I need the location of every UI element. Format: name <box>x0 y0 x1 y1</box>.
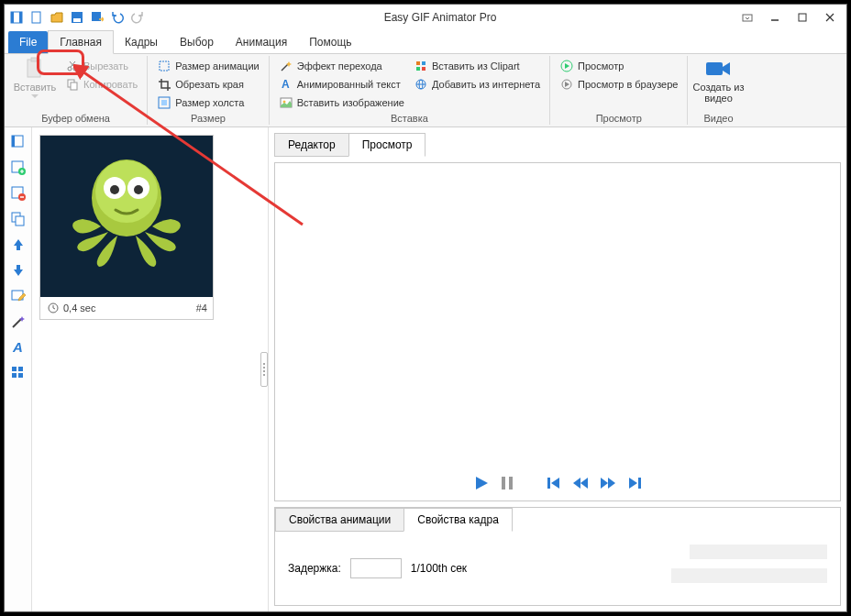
svg-rect-5 <box>73 18 81 22</box>
redo-icon[interactable] <box>129 9 146 26</box>
cut-button: Вырезать <box>63 58 139 74</box>
magic-icon[interactable] <box>9 313 28 331</box>
save-icon[interactable] <box>69 9 85 26</box>
panel-resize-grip[interactable] <box>260 352 268 387</box>
svg-rect-44 <box>18 367 23 371</box>
svg-rect-22 <box>416 61 420 65</box>
svg-point-50 <box>110 185 119 194</box>
tab-home[interactable]: Главная <box>48 30 114 54</box>
delay-input[interactable] <box>350 558 402 578</box>
transition-button[interactable]: Эффект перехода <box>277 58 406 74</box>
app-title: Easy GIF Animator Pro <box>146 11 735 24</box>
svg-rect-10 <box>28 60 40 77</box>
svg-rect-23 <box>422 61 426 65</box>
preview-button[interactable]: Просмотр <box>558 58 680 74</box>
ribbon: Вставить Вырезать Копировать Буфер обмен… <box>5 54 846 127</box>
prev-frame-button[interactable] <box>572 476 589 490</box>
svg-text:A: A <box>12 339 23 355</box>
skeleton-bar <box>690 544 827 559</box>
svg-rect-31 <box>706 62 723 75</box>
scissors-icon <box>65 59 80 73</box>
maximize-button[interactable] <box>790 8 815 27</box>
tab-file[interactable]: File <box>8 31 48 53</box>
ribbon-tabs: File Главная Кадры Выбор Анимация Помощь <box>5 30 846 54</box>
frame-card[interactable]: 0,4 sec #4 <box>39 135 214 320</box>
new-icon[interactable] <box>28 9 45 26</box>
grid-icon[interactable] <box>9 364 28 382</box>
paste-icon <box>20 58 50 80</box>
animated-text-button[interactable]: AАнимированный текст <box>277 76 406 93</box>
frames-panel: 0,4 sec #4 <box>32 127 269 611</box>
play-icon <box>559 59 574 73</box>
svg-rect-56 <box>547 478 550 489</box>
properties-content: Задержка: 1/100th сек <box>275 532 840 605</box>
tab-preview[interactable]: Просмотр <box>348 133 426 157</box>
image-icon <box>279 95 293 110</box>
ribbon-group-video: Создать из видео Видео <box>688 56 748 125</box>
clock-icon <box>46 301 61 315</box>
titlebar: Easy GIF Animator Pro <box>5 5 846 30</box>
delete-frame-icon[interactable] <box>9 184 28 203</box>
close-button[interactable] <box>817 8 843 27</box>
saveas-icon[interactable] <box>89 9 105 26</box>
open-icon[interactable] <box>49 9 65 26</box>
frame-index: #4 <box>196 302 207 314</box>
tab-frame-props[interactable]: Свойства кадра <box>403 508 513 532</box>
svg-rect-11 <box>31 58 37 61</box>
resize-animation-button[interactable]: Размер анимации <box>155 58 260 74</box>
tab-animation[interactable]: Анимация <box>225 31 298 53</box>
canvas-size-button[interactable]: Размер холста <box>155 94 260 111</box>
preview-canvas <box>275 163 840 466</box>
create-from-video-button[interactable]: Создать из видео <box>695 58 741 104</box>
copy-icon <box>65 77 80 92</box>
ribbon-toggle-icon[interactable] <box>735 8 760 27</box>
last-frame-button[interactable] <box>627 476 642 490</box>
next-frame-button[interactable] <box>600 476 616 490</box>
globe-icon <box>414 77 428 92</box>
tab-selection[interactable]: Выбор <box>169 31 225 53</box>
left-toolbar: A <box>5 127 32 611</box>
svg-rect-54 <box>502 477 505 490</box>
add-frame-plus-icon[interactable] <box>9 159 28 177</box>
move-up-icon[interactable] <box>9 236 28 254</box>
playback-controls <box>275 466 840 500</box>
edit-frame-icon[interactable] <box>9 287 28 305</box>
insert-image-button[interactable]: Вставить изображение <box>277 94 406 111</box>
move-down-icon[interactable] <box>9 261 28 280</box>
svg-rect-57 <box>638 478 641 489</box>
svg-rect-43 <box>12 367 17 371</box>
undo-icon[interactable] <box>109 9 126 26</box>
clipart-button[interactable]: Вставить из Clipart <box>412 58 542 74</box>
quick-access-toolbar <box>8 9 146 26</box>
skeleton-bar <box>671 568 827 583</box>
main-panel: Редактор Просмотр Свойства анимации <box>269 127 846 611</box>
tab-editor[interactable]: Редактор <box>274 133 349 157</box>
delay-label: Задержка: <box>288 562 341 575</box>
preview-tabs: Редактор Просмотр <box>274 131 841 157</box>
pause-button[interactable] <box>501 475 514 491</box>
svg-rect-16 <box>160 61 169 71</box>
tab-anim-props[interactable]: Свойства анимации <box>275 508 404 532</box>
svg-rect-24 <box>416 67 420 71</box>
add-frame-icon[interactable] <box>9 133 28 151</box>
crop-button[interactable]: Обрезать края <box>155 76 260 93</box>
film-icon[interactable] <box>8 9 25 26</box>
first-frame-button[interactable] <box>547 476 561 490</box>
ribbon-group-size: Размер анимации Обрезать края Размер хол… <box>148 56 269 125</box>
text-tool-icon[interactable]: A <box>9 338 28 357</box>
tab-frames[interactable]: Кадры <box>114 31 169 53</box>
play-button[interactable] <box>473 475 490 491</box>
svg-rect-1 <box>11 12 14 23</box>
svg-point-12 <box>68 67 72 71</box>
tab-help[interactable]: Помощь <box>298 31 362 53</box>
svg-rect-15 <box>71 82 77 90</box>
svg-rect-7 <box>743 15 752 21</box>
internet-button[interactable]: Добавить из интернета <box>412 76 542 93</box>
svg-point-52 <box>134 185 143 194</box>
duplicate-frame-icon[interactable] <box>9 210 28 228</box>
minimize-button[interactable] <box>762 8 788 27</box>
browser-preview-button[interactable]: Просмотр в браузере <box>558 76 680 93</box>
content-area: A <box>5 127 846 611</box>
resize-icon <box>157 59 171 73</box>
copy-button: Копировать <box>63 76 139 93</box>
